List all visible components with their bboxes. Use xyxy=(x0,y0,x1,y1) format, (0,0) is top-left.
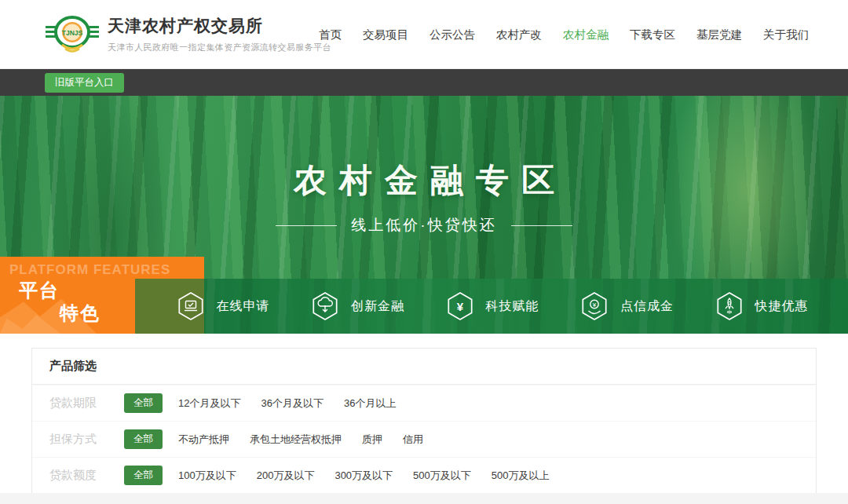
filter-option[interactable]: 36个月及以下 xyxy=(261,396,323,411)
nav-item-trade-projects[interactable]: 交易项目 xyxy=(363,27,408,42)
nav-item-downloads[interactable]: 下载专区 xyxy=(630,27,675,42)
hero-title: 农村金融专区 xyxy=(0,159,848,203)
nav-item-public-notice[interactable]: 公示公告 xyxy=(429,27,475,42)
filter-all-badge[interactable]: 全部 xyxy=(124,393,163,413)
feature-label: 快捷优惠 xyxy=(755,298,809,315)
hero-subtitle-row: 线上低价·快贷快还 xyxy=(0,215,848,236)
filter-row-label: 贷款期限 xyxy=(49,396,109,411)
feature-fast-discount[interactable]: 快捷优惠 xyxy=(714,290,809,322)
filter-row-loan-amount: 贷款额度 全部 100万及以下 200万及以下 300万及以下 500万及以下 … xyxy=(32,457,816,493)
filter-option[interactable]: 300万及以下 xyxy=(334,469,393,483)
filter-row-label: 贷款额度 xyxy=(49,468,109,483)
product-filter-panel: 产品筛选 贷款期限 全部 12个月及以下 36个月及以下 36个月以上 担保方式… xyxy=(31,348,817,494)
feature-label: 创新金融 xyxy=(351,298,404,315)
feature-innovative-finance[interactable]: 创新金融 xyxy=(309,290,404,322)
subtitle-left-rule xyxy=(276,225,337,226)
filter-panel-title: 产品筛选 xyxy=(32,349,816,385)
filter-row-guarantee-method: 担保方式 全部 不动产抵押 承包土地经营权抵押 质押 信用 xyxy=(32,421,816,457)
footer-strip xyxy=(0,493,848,504)
filter-option[interactable]: 信用 xyxy=(403,433,423,447)
hero-subtitle: 线上低价·快贷快还 xyxy=(351,215,496,236)
logo-monogram: TJNJS xyxy=(62,28,83,36)
utility-bar: 旧版平台入口 xyxy=(0,69,848,96)
nav-item-rural-reform[interactable]: 农村产改 xyxy=(496,27,542,42)
rocket-icon xyxy=(714,290,745,322)
filter-option[interactable]: 承包土地经营权抵押 xyxy=(250,433,342,447)
platform-title-line2: 特色 xyxy=(60,301,101,326)
filter-option[interactable]: 100万及以下 xyxy=(178,469,236,483)
site-title: 天津农村产权交易所 xyxy=(108,15,331,37)
feature-label: 在线申请 xyxy=(217,298,270,315)
feature-label: 科技赋能 xyxy=(486,298,539,315)
filter-option[interactable]: 质押 xyxy=(362,433,382,447)
filter-option[interactable]: 12个月及以下 xyxy=(178,396,240,411)
filter-row-loan-term: 贷款期限 全部 12个月及以下 36个月及以下 36个月以上 xyxy=(32,385,816,421)
filter-option[interactable]: 不动产抵押 xyxy=(178,433,229,447)
filter-option[interactable]: 500万及以上 xyxy=(492,469,550,483)
svg-text:¥: ¥ xyxy=(456,300,463,313)
exchange-logo-icon: TJNJS xyxy=(45,9,100,60)
feature-label: 点信成金 xyxy=(620,298,674,315)
nav-item-rural-finance[interactable]: 农村金融 xyxy=(563,27,609,42)
filter-option[interactable]: 500万及以下 xyxy=(413,469,471,483)
brand-block: 天津农村产权交易所 天津市人民政府唯一指定集体资产资源流转交易服务平台 xyxy=(108,15,331,53)
cloud-innovation-icon xyxy=(309,290,341,322)
laptop-check-icon xyxy=(175,290,207,322)
main-nav: 首页 交易项目 公示公告 农村产改 农村金融 下载专区 基层党建 关于我们 xyxy=(319,0,809,69)
site-header: TJNJS 天津农村产权交易所 天津市人民政府唯一指定集体资产资源流转交易服务平… xyxy=(0,0,848,69)
nav-item-home[interactable]: 首页 xyxy=(319,27,342,42)
filter-all-badge[interactable]: 全部 xyxy=(124,429,163,449)
feature-credit-to-gold[interactable]: ¥ 点信成金 xyxy=(579,290,674,322)
filter-option[interactable]: 36个月以上 xyxy=(344,396,396,411)
feature-online-apply[interactable]: 在线申请 xyxy=(175,290,270,322)
yen-tech-icon: ¥ xyxy=(444,290,476,322)
site-subtitle: 天津市人民政府唯一指定集体资产资源流转交易服务平台 xyxy=(108,42,331,53)
nav-item-party-building[interactable]: 基层党建 xyxy=(696,27,742,42)
nav-item-about-us[interactable]: 关于我们 xyxy=(763,27,809,42)
subtitle-right-rule xyxy=(511,225,572,226)
svg-text:¥: ¥ xyxy=(592,301,597,309)
page: TJNJS 天津农村产权交易所 天津市人民政府唯一指定集体资产资源流转交易服务平… xyxy=(0,0,848,504)
filter-row-label: 担保方式 xyxy=(49,432,109,447)
old-platform-entry-button[interactable]: 旧版平台入口 xyxy=(45,73,124,93)
filter-option[interactable]: 200万及以下 xyxy=(257,469,315,483)
features-bar: 在线申请 创新金融 ¥ 科技赋能 xyxy=(135,279,848,334)
coin-credit-icon: ¥ xyxy=(579,290,610,322)
site-logo[interactable]: TJNJS 天津农村产权交易所 天津市人民政府唯一指定集体资产资源流转交易服务平… xyxy=(45,9,331,60)
filter-all-badge[interactable]: 全部 xyxy=(124,466,163,485)
platform-features-eyebrow: PLATFORM FEATURES xyxy=(9,262,170,278)
feature-tech-empowerment[interactable]: ¥ 科技赋能 xyxy=(444,290,539,322)
platform-title-line1: 平台 xyxy=(19,278,60,303)
